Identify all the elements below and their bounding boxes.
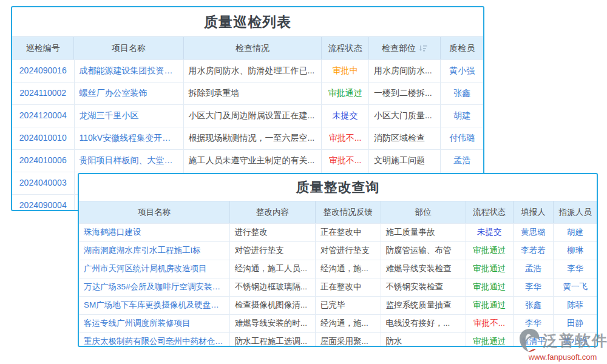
check-situation-text: 用水房间防水、防滑处理工作已...: [183, 60, 322, 82]
table-row[interactable]: 2024090016 成都能源建设集团投资有... 用水房间防水、防滑处理工作已…: [12, 59, 483, 82]
status-badge: 审批不...: [321, 150, 368, 172]
inspector-name-link[interactable]: 胡建: [440, 105, 483, 127]
rectify-feedback-text: 已完毕: [315, 297, 381, 314]
column-header-reporter[interactable]: 填报人: [513, 201, 554, 223]
column-header-rectify-content[interactable]: 整改内容: [229, 201, 315, 223]
rectify-content-text: 不锈钢边框玻璃隔...: [229, 278, 315, 296]
status-badge: 审批通过: [466, 242, 513, 260]
table-row[interactable]: 2024010006 贵阳项目样板间、大堂、... 施工人员未遵守业主制定的有关…: [12, 149, 483, 172]
table-row[interactable]: 湖南洞庭湖水库引水工程施工I标 对管进行垫支 对管进行垫支 防腐管运输、布管 审…: [79, 241, 597, 260]
project-name-link[interactable]: 螺丝厂办公室装饰: [74, 83, 183, 104]
watermark: 泛普软件 www.fanpusoft.com: [518, 328, 607, 362]
page-title: 质量巡检列表: [12, 7, 483, 36]
inspection-id-link[interactable]: 2024110002: [12, 83, 74, 104]
rectify-feedback-text: 屋面采用聚...: [315, 333, 381, 347]
rectify-feedback-text: 经沟通，施...: [315, 260, 381, 278]
column-header-part[interactable]: 部位: [381, 201, 466, 223]
table-row[interactable]: 万达广场35#会所及咖啡厅空调安装工程 不锈钢边框玻璃隔... 正在整改中 不锈…: [79, 278, 597, 296]
column-header-flow-status[interactable]: 流程状态: [321, 37, 368, 59]
inspector-name-link[interactable]: 黄小强: [440, 60, 483, 82]
part-text: 防腐管运输、布管: [381, 242, 466, 260]
window-quality-rectification-query: 质量整改查询 项目名称 整改内容 整改情况反馈 部位 流程状态 填报人 指派人员…: [78, 173, 598, 347]
status-badge: 审批通过: [466, 278, 513, 296]
table-row[interactable]: 2024120004 龙湖三千里小区 小区大门及周边附属设置正在建... 未提交…: [12, 104, 483, 127]
inspector-name-link[interactable]: 孟浩: [440, 150, 483, 172]
table-row[interactable]: 广州市天河区统计局机房改造项目 经沟通，施工人员... 经沟通，施... 难燃导…: [79, 260, 597, 278]
project-name-link[interactable]: 贵阳项目样板间、大堂、...: [74, 150, 183, 172]
reporter-name-link[interactable]: 黄思璐: [513, 224, 554, 241]
table-row[interactable]: 珠海鹤港口建设 进行整改 正在整改中 施工质量事故 未提交 黄思璐 胡建: [79, 223, 597, 241]
inspector-name-link[interactable]: 张鑫: [440, 83, 483, 104]
column-header-project-name[interactable]: 项目名称: [79, 201, 229, 223]
reporter-name-link[interactable]: 张鑫: [513, 297, 554, 314]
rectify-content-text: 进行整改: [229, 224, 315, 241]
inspection-id-link[interactable]: 2024010010: [12, 127, 74, 149]
check-situation-text: 小区大门及周边附属设置正在建...: [183, 105, 322, 127]
rectify-feedback-text: 正在整改中: [315, 278, 381, 296]
table-header-row: 巡检编号 项目名称 检查情况 流程状态 检查部位 质检员: [12, 36, 483, 59]
part-text: 施工质量事故: [381, 224, 466, 241]
assignee-name-link[interactable]: 黄一飞: [553, 278, 597, 296]
watermark-brand: 泛普软件: [543, 331, 607, 351]
assignee-name-link[interactable]: 陈菲: [553, 297, 597, 314]
rectify-feedback-text: 对管进行垫支: [315, 242, 381, 260]
reporter-name-link[interactable]: 李若若: [513, 242, 554, 260]
project-name-link[interactable]: 广州市天河区统计局机房改造项目: [79, 260, 229, 278]
inspection-id-link[interactable]: 2024040003: [12, 172, 74, 194]
status-badge: 审批通过: [321, 83, 368, 104]
project-name-link[interactable]: 110kV安徽线程集变开断线...: [74, 127, 183, 149]
assignee-name-link[interactable]: 柳琳: [553, 242, 597, 260]
project-name-link[interactable]: 湖南洞庭湖水库引水工程施工I标: [79, 242, 229, 260]
status-badge: 未提交: [321, 105, 368, 127]
column-header-project-name[interactable]: 项目名称: [73, 37, 183, 59]
status-badge: 审批不...: [466, 315, 513, 332]
check-situation-text: 根据现场勘测情况，一至六层空...: [183, 127, 322, 149]
status-badge: 审批通过: [466, 260, 513, 278]
column-header-inspection-id[interactable]: 巡检编号: [12, 37, 73, 59]
assignee-name-link[interactable]: 胡建: [553, 224, 597, 241]
status-badge: 未提交: [466, 224, 513, 241]
rectify-content-text: 检查摄像机图像清...: [229, 297, 315, 314]
project-name-link[interactable]: 成都能源建设集团投资有...: [74, 60, 183, 82]
project-name-link[interactable]: SM广场地下车库更换摄像机及硬盘项目: [79, 297, 229, 314]
project-name-link[interactable]: 客运专线广州调度所装修项目: [79, 315, 229, 332]
part-text: 电线没有接好，...: [381, 315, 466, 332]
part-text: 不锈钢安装检查: [381, 278, 466, 296]
column-header-check-situation[interactable]: 检查情况: [183, 37, 322, 59]
column-header-assignee[interactable]: 指派人员: [553, 201, 597, 223]
check-part-text: 文明施工问题: [368, 150, 440, 172]
rectify-content-text: 对管进行垫支: [229, 242, 315, 260]
rectify-content-text: 难燃导线安装的时...: [229, 315, 315, 332]
inspector-name-link[interactable]: 付伟璐: [440, 127, 483, 149]
inspection-id-link[interactable]: 2024090004: [12, 195, 74, 211]
reporter-name-link[interactable]: 李华: [513, 278, 554, 296]
status-badge: 审批中: [321, 60, 368, 82]
status-badge: 审批通过: [466, 333, 513, 347]
column-header-inspector[interactable]: 质检员: [440, 37, 483, 59]
inspection-id-link[interactable]: 2024010006: [12, 150, 74, 172]
check-situation-text: 拆除到承重墙: [183, 83, 322, 104]
column-header-check-part[interactable]: 检查部位: [368, 37, 440, 59]
project-name-link[interactable]: 龙湖三千里小区: [74, 105, 183, 127]
sort-icon[interactable]: [419, 45, 427, 52]
watermark-url: www.fanpusoft.com: [518, 352, 607, 362]
check-part-text: 小区大门质量...: [368, 105, 440, 127]
assignee-name-link[interactable]: 李华: [553, 260, 597, 278]
inspection-id-link[interactable]: 2024120004: [12, 105, 74, 127]
column-header-flow-status[interactable]: 流程状态: [466, 201, 513, 223]
project-name-link[interactable]: 重庆太极制药有限公司亳州中药材仓储物流: [79, 333, 229, 347]
table-row[interactable]: 2024010010 110kV安徽线程集变开断线... 根据现场勘测情况，一至…: [12, 127, 483, 149]
part-text: 防水: [381, 333, 466, 347]
part-text: 难燃导线安装检查: [381, 260, 466, 278]
rectify-feedback-text: 正在整改中: [315, 224, 381, 241]
rectify-content-text: 经沟通，施工人员...: [229, 260, 315, 278]
reporter-name-link[interactable]: 孟浩: [513, 260, 554, 278]
table-row[interactable]: SM广场地下车库更换摄像机及硬盘项目 检查摄像机图像清... 已完毕 监控系统质…: [79, 296, 597, 314]
check-part-text: 用水房间防水...: [368, 60, 440, 82]
column-header-rectify-feedback[interactable]: 整改情况反馈: [315, 201, 381, 223]
table-row[interactable]: 2024110002 螺丝厂办公室装饰 拆除到承重墙 审批通过 一楼到二楼拆..…: [12, 82, 483, 104]
project-name-link[interactable]: 珠海鹤港口建设: [79, 224, 229, 241]
inspection-id-link[interactable]: 2024090016: [12, 60, 74, 82]
project-name-link[interactable]: 万达广场35#会所及咖啡厅空调安装工程: [79, 278, 229, 296]
part-text: 监控系统质量抽查: [381, 297, 466, 314]
